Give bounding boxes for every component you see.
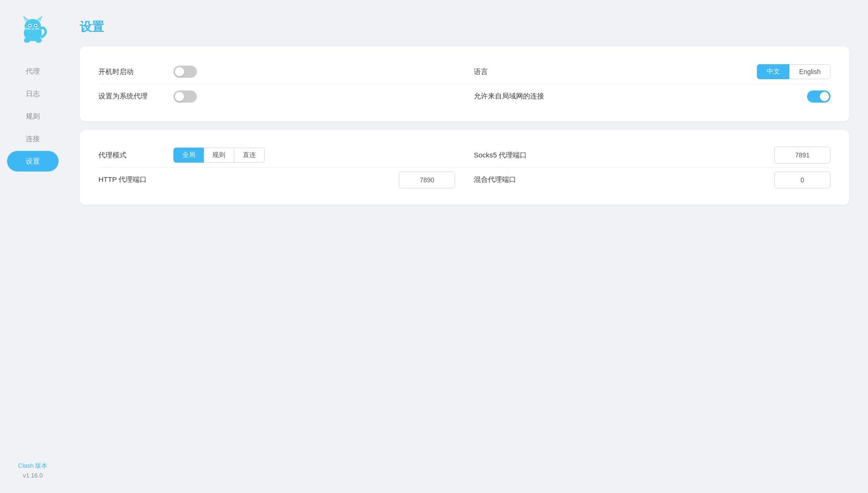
mixed-port-input[interactable]	[774, 172, 831, 188]
svg-point-16	[35, 38, 42, 43]
settings-card-proxy: 代理模式 全局 规则 直连 Socks5 代理端口 HTTP 代理端口 混合代理…	[80, 130, 849, 205]
lang-btn-en[interactable]: English	[789, 64, 831, 79]
autostart-label: 开机时启动	[98, 67, 164, 76]
settings-card-general: 开机时启动 语言 中文 English 设置为系统代理	[80, 46, 849, 121]
sidebar-label-proxy: 代理	[26, 67, 40, 76]
mode-btn-direct[interactable]: 直连	[234, 148, 265, 163]
http-port-label: HTTP 代理端口	[98, 175, 164, 184]
autostart-toggle[interactable]	[173, 66, 197, 78]
sidebar-item-proxy[interactable]: 代理	[9, 61, 56, 82]
allow-lan-toggle[interactable]	[807, 90, 831, 103]
settings-row-http-mixed: HTTP 代理端口 混合代理端口	[98, 167, 831, 192]
settings-left-mode: 代理模式 全局 规则 直连	[98, 148, 455, 163]
settings-right-mixed: 混合代理端口	[455, 172, 831, 188]
socks5-port-input[interactable]	[774, 147, 831, 164]
allow-lan-thumb	[820, 92, 829, 101]
sidebar-item-rules[interactable]: 规则	[9, 106, 56, 127]
proxy-mode-button-group: 全局 规则 直连	[173, 148, 265, 163]
http-port-input[interactable]	[399, 172, 455, 188]
sidebar-nav: 代理 日志 规则 连接 设置	[0, 61, 66, 172]
system-proxy-toggle[interactable]	[173, 90, 197, 103]
page-title: 设置	[80, 19, 849, 35]
sidebar-label-log: 日志	[26, 90, 40, 98]
sidebar-item-connections[interactable]: 连接	[9, 128, 56, 149]
sidebar-label-settings: 设置	[26, 157, 40, 166]
app-logo	[16, 14, 49, 47]
svg-point-8	[29, 25, 31, 27]
sidebar-item-settings[interactable]: 设置	[7, 151, 59, 172]
svg-point-9	[35, 25, 37, 27]
autostart-track	[173, 66, 197, 78]
system-proxy-track	[173, 90, 197, 103]
mixed-port-label: 混合代理端口	[474, 175, 539, 184]
socks5-port-label: Socks5 代理端口	[474, 151, 539, 160]
settings-left-http: HTTP 代理端口	[98, 172, 455, 188]
settings-right-lan: 允许来自局域网的连接	[455, 90, 831, 103]
settings-row-mode-socks5: 代理模式 全局 规则 直连 Socks5 代理端口	[98, 143, 831, 167]
proxy-mode-label: 代理模式	[98, 151, 164, 160]
system-proxy-label: 设置为系统代理	[98, 92, 164, 101]
svg-point-15	[24, 38, 30, 43]
allow-lan-track	[807, 90, 831, 103]
settings-left-autostart: 开机时启动	[98, 66, 455, 78]
settings-row-sysproxy-lan: 设置为系统代理 允许来自局域网的连接	[98, 84, 831, 108]
mode-btn-global[interactable]: 全局	[173, 148, 204, 163]
sidebar-item-log[interactable]: 日志	[9, 83, 56, 104]
settings-right-socks5: Socks5 代理端口	[455, 147, 831, 164]
lang-btn-zh[interactable]: 中文	[757, 64, 789, 79]
language-button-group: 中文 English	[757, 64, 831, 79]
allow-lan-label: 允许来自局域网的连接	[474, 92, 544, 101]
sidebar-label-rules: 规则	[26, 112, 40, 121]
sidebar-footer: Clash 版本 v1.16.0	[18, 462, 48, 479]
sidebar-label-connections: 连接	[26, 134, 40, 143]
svg-point-1	[25, 19, 41, 34]
clash-version-label[interactable]: Clash 版本	[18, 462, 48, 470]
sidebar: 代理 日志 规则 连接 设置 Clash 版本 v1.16.0	[0, 0, 66, 493]
svg-point-10	[32, 28, 34, 29]
settings-left-sysproxy: 设置为系统代理	[98, 90, 455, 103]
autostart-thumb	[175, 67, 184, 76]
system-proxy-thumb	[175, 92, 184, 101]
language-label: 语言	[474, 67, 539, 76]
mode-btn-rules[interactable]: 规则	[204, 148, 234, 163]
settings-row-autostart-language: 开机时启动 语言 中文 English	[98, 60, 831, 84]
settings-right-language: 语言 中文 English	[455, 64, 831, 79]
clash-version-number: v1.16.0	[18, 472, 48, 479]
main-content: 设置 开机时启动 语言 中文 English	[66, 0, 868, 493]
